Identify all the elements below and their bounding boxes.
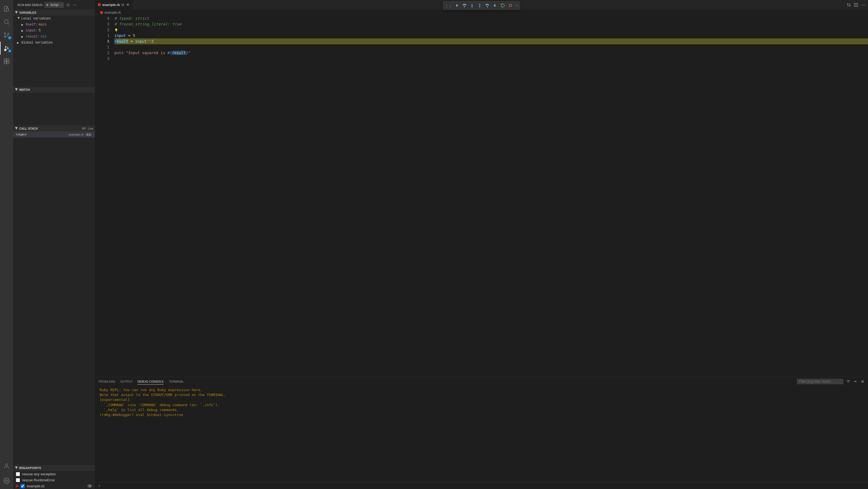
more-icon[interactable]	[72, 3, 77, 7]
variable-row[interactable]: ▶input: 5	[13, 28, 95, 34]
svg-point-11	[68, 4, 69, 5]
var-name: input:	[26, 29, 37, 33]
console-line: Ruby REPL: You can run any Ruby expressi…	[100, 388, 864, 392]
search-icon[interactable]	[0, 15, 13, 28]
code-editor[interactable]: 4321◗5123 # typed: strict# frozen_string…	[95, 15, 868, 377]
gear-icon[interactable]	[66, 3, 71, 7]
console-line: Note that output to the STDOUT/ERR print…	[100, 392, 864, 397]
lightbulb-icon[interactable]: 💡	[114, 27, 118, 33]
variable-row[interactable]: ▶%self: main	[13, 22, 95, 28]
step-over-button[interactable]	[461, 2, 468, 9]
debug-console-input[interactable]	[95, 482, 868, 489]
tab-example-rb[interactable]: example.rb U	[95, 0, 133, 9]
svg-point-9	[5, 464, 8, 466]
svg-rect-8	[7, 59, 9, 61]
more-icon[interactable]	[861, 3, 865, 7]
filter-input[interactable]	[797, 379, 843, 384]
panel-tab-terminal[interactable]: TERMINAL	[168, 379, 184, 385]
frame-line: 5:1	[85, 133, 92, 136]
svg-point-13	[74, 5, 75, 5]
chevron-right-icon: ▶	[21, 23, 25, 27]
chevron-down-icon: ▶	[17, 17, 21, 20]
panel-tab-debug-console[interactable]: DEBUG CONSOLE	[137, 379, 164, 385]
explorer-icon[interactable]	[0, 2, 13, 15]
breakpoint-row[interactable]: example.rb5	[13, 483, 95, 489]
local-variables-scope[interactable]: ▶ Local variables	[13, 15, 95, 22]
breadcrumb[interactable]: example.rb	[95, 9, 868, 15]
settings-gear-icon[interactable]	[0, 474, 13, 487]
step-back-button[interactable]	[484, 2, 491, 9]
continue-button[interactable]	[453, 2, 460, 9]
accounts-icon[interactable]	[0, 459, 13, 472]
variable-row[interactable]: ▶result: nil	[13, 34, 95, 40]
breakpoint-checkbox[interactable]	[16, 478, 20, 482]
restart-button[interactable]	[499, 2, 506, 9]
drag-handle-icon[interactable]: ⋮⋮	[444, 4, 453, 8]
breakpoint-dot-icon	[16, 485, 18, 487]
code-content[interactable]: # typed: strict# frozen_string_literal: …	[114, 15, 868, 377]
source-control-icon[interactable]: 2	[0, 28, 13, 41]
scope-label: Local variables	[21, 17, 51, 21]
breakpoint-row[interactable]: rescue RuntimeError	[13, 477, 95, 483]
callstack-section-header[interactable]: ▶ CALL STACK BP - Line	[13, 126, 95, 132]
variables-title: VARIABLES	[19, 11, 36, 14]
breakpoint-checkbox[interactable]	[16, 472, 20, 476]
chevron-down-icon: ▶	[15, 466, 18, 469]
svg-point-14	[76, 5, 76, 5]
step-out-button[interactable]	[476, 2, 483, 9]
chevron-down-icon[interactable]	[60, 3, 63, 6]
sort-icon[interactable]	[846, 379, 850, 384]
start-debug-icon[interactable]	[45, 3, 49, 7]
breakpoints-section-header[interactable]: ▶ BREAKPOINTS	[13, 465, 95, 471]
extensions-icon[interactable]	[0, 55, 13, 68]
stop-button[interactable]	[507, 2, 514, 9]
console-line: `,help` to list all debug commands.	[100, 408, 864, 413]
svg-point-10	[6, 480, 7, 482]
breakpoint-row[interactable]: rescue any exception	[13, 471, 95, 477]
svg-point-23	[864, 5, 865, 5]
watch-section-header[interactable]: ▶ WATCH	[13, 87, 95, 93]
panel-tab-problems[interactable]: PROBLEMS	[98, 379, 115, 385]
tab-bar: example.rb U ⋮⋮	[95, 0, 868, 9]
chevron-right-icon: ▶	[21, 29, 25, 33]
reverse-button[interactable]	[492, 2, 499, 9]
chevron-down-icon[interactable]	[515, 4, 519, 7]
scope-label: Global variables	[21, 41, 53, 44]
breakpoint-label: rescue any exception	[22, 472, 56, 476]
breadcrumb-file: example.rb	[104, 11, 121, 14]
global-variables-scope[interactable]: ▶ Global variables	[13, 40, 95, 46]
debug-toolbar[interactable]: ⋮⋮	[443, 1, 520, 10]
run-debug-icon[interactable]: 1	[0, 41, 13, 55]
breakpoint-checkbox[interactable]	[21, 484, 25, 488]
breakpoints-title: BREAKPOINTS	[19, 466, 41, 469]
tab-modified: U	[122, 3, 124, 7]
panel-tabs: PROBLEMSOUTPUTDEBUG CONSOLETERMINAL	[95, 377, 868, 386]
variables-section-header[interactable]: ▶ VARIABLES	[13, 9, 95, 15]
panel-tab-output[interactable]: OUTPUT	[120, 379, 132, 385]
callstack-title: CALL STACK	[19, 127, 38, 130]
stack-frame[interactable]: <main> example.rb 5:1	[13, 132, 95, 137]
console-line: `,COMMAND` runs `COMMAND` debug command …	[100, 402, 864, 408]
svg-rect-5	[4, 59, 6, 61]
watch-body	[13, 93, 95, 126]
split-editor-icon[interactable]	[854, 3, 858, 7]
frame-file: example.rb	[69, 133, 84, 136]
ruby-file-icon	[100, 11, 103, 14]
chevron-right-icon: ▶	[17, 41, 20, 45]
var-name: result:	[26, 35, 39, 39]
chevron-up-icon[interactable]	[853, 379, 858, 384]
sidebar-header: RUN AND DEBUG Script	[13, 0, 95, 9]
scm-badge: 2	[8, 36, 11, 39]
step-into-button[interactable]	[468, 2, 475, 9]
gutter[interactable]: 4321◗5123	[95, 15, 114, 377]
chevron-right-icon: ▶	[21, 35, 25, 39]
compare-changes-icon[interactable]	[847, 3, 851, 7]
svg-point-3	[8, 33, 9, 35]
run-config-selector[interactable]: Script	[44, 2, 64, 8]
close-panel-icon[interactable]	[860, 379, 865, 384]
tabbar-actions	[847, 0, 868, 9]
chevron-down-icon: ▶	[15, 11, 18, 14]
debug-console-output[interactable]: Ruby REPL: You can run any Ruby expressi…	[95, 386, 868, 482]
callstack-extra: BP - Line	[82, 127, 93, 130]
close-icon[interactable]	[126, 3, 130, 6]
